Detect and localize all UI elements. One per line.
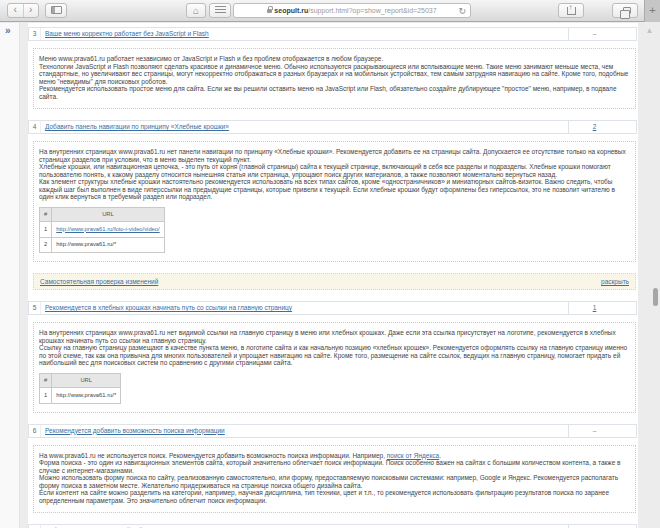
- url-text: http://www.prava61.ru/*: [52, 388, 121, 404]
- url-table: # URL 1 http://www.prava61.ru/*: [39, 373, 121, 404]
- refresh-button[interactable]: ↻: [458, 4, 466, 18]
- sidebar-toggle-button[interactable]: [45, 3, 67, 18]
- show-tabs-button[interactable]: [612, 3, 638, 18]
- yandex-search-link[interactable]: поиск от Яндекса: [387, 452, 439, 459]
- paragraph: Как элемент структуры хлебные крошки нас…: [39, 178, 629, 201]
- section-row-5: 5 Рекомендуется в хлебных крошках начина…: [28, 301, 637, 315]
- url-domain: seopult.ru: [274, 7, 308, 14]
- section-4-details: На внутренних страницах www.prava61.ru н…: [33, 141, 636, 262]
- address-bar[interactable]: seopult.ru/support.html?op=show_report&i…: [233, 3, 471, 18]
- expand-sidebar-chevrons[interactable]: »: [5, 25, 11, 36]
- url-link[interactable]: http://www.prava61.ru/foto-i-video/video…: [56, 226, 159, 232]
- reading-list-button[interactable]: [209, 3, 231, 18]
- paragraph: Можно использовать форму поиска по сайту…: [39, 474, 629, 489]
- paragraph: Ссылку на главную страницу размещают в к…: [39, 344, 629, 367]
- section-title-link[interactable]: Ваше меню корректно работает без JavaScr…: [45, 30, 209, 37]
- report-page: » ▲ 3 Ваше меню корректно работает без J…: [0, 23, 660, 528]
- row-number: 1: [40, 388, 52, 404]
- col-header-url: URL: [52, 373, 121, 388]
- section-value: –: [568, 425, 636, 437]
- section-title-link[interactable]: Добавить панель навигации по принципу «Х…: [45, 123, 229, 130]
- new-tab-button[interactable]: +: [644, 0, 660, 22]
- back-button[interactable]: ‹: [8, 4, 24, 17]
- section-number: 3: [29, 28, 41, 40]
- col-header-num: #: [40, 373, 52, 388]
- collapsed-sidebar-rail: »: [0, 23, 20, 528]
- expand-link[interactable]: раскрыть: [601, 278, 629, 285]
- section-title-link[interactable]: Рекомендуется в хлебных крошках начинать…: [45, 304, 292, 311]
- browser-toolbar: ‹ › ⌂ seopult.ru/support.html?op=show_re…: [0, 0, 660, 22]
- section-value-link[interactable]: 2: [593, 123, 597, 130]
- table-header-row: # URL: [40, 207, 165, 222]
- table-row: 1 http://www.prava61.ru/foto-i-video/vid…: [40, 222, 165, 238]
- home-icon: ⌂: [193, 5, 199, 16]
- section-title-link[interactable]: Рекомендуется добавить возможность поиск…: [45, 427, 225, 434]
- paragraph: На внутренних страницах www.prava61.ru н…: [39, 329, 629, 344]
- lock-icon: [267, 9, 272, 13]
- list-lines-icon: [215, 6, 226, 15]
- paragraph: На www.prava61.ru не используется поиск.…: [39, 452, 629, 460]
- paragraph: Меню www.prava61.ru работает независимо …: [39, 55, 629, 63]
- paragraph: Технологии JavaScript и Flash позволяют …: [39, 63, 629, 86]
- table-row: 1 http://www.prava61.ru/*: [40, 388, 121, 404]
- col-header-url: URL: [52, 207, 164, 222]
- paragraph: Форма поиска - это один из навигационных…: [39, 459, 629, 474]
- sidebar-icon: [51, 6, 62, 14]
- section-row-4: 4 Добавить панель навигации по принципу …: [28, 120, 637, 134]
- row-number: 2: [40, 237, 52, 253]
- share-button[interactable]: [558, 3, 584, 18]
- paragraph: Хлебные крошки, или навигационная цепочк…: [39, 163, 629, 178]
- nav-buttons: ‹ ›: [7, 3, 39, 18]
- page-scrollbar-thumb[interactable]: [653, 288, 658, 306]
- row-number: 1: [40, 222, 52, 238]
- section-row-3: 3 Ваше меню корректно работает без JavaS…: [28, 27, 637, 41]
- paragraph-text: .: [439, 452, 441, 459]
- url-table: # URL 1 http://www.prava61.ru/foto-i-vid…: [39, 207, 165, 254]
- self-check-link[interactable]: Самостоятельная проверка изменений: [40, 278, 158, 285]
- col-header-num: #: [40, 207, 52, 222]
- section-5-details: На внутренних страницах www.prava61.ru н…: [33, 322, 636, 413]
- paragraph: Если контент на сайте можно разделить на…: [39, 489, 629, 504]
- section-row-6: 6 Рекомендуется добавить возможность пои…: [28, 424, 637, 438]
- section-row-7: 7 Добавить страницу с картой сайта –: [28, 524, 637, 528]
- tabs-icon: [623, 7, 631, 14]
- section-3-details: Меню www.prava61.ru работает независимо …: [33, 48, 636, 109]
- scroll-top-icon[interactable]: ▲: [645, 26, 654, 35]
- url-text: http://www.prava61.ru/*: [52, 237, 164, 253]
- forward-button[interactable]: ›: [24, 4, 39, 17]
- section-value: –: [568, 28, 636, 40]
- url-path: /support.html?op=show_report&id=25037: [308, 7, 436, 14]
- section-6-details: На www.prava61.ru не используется поиск.…: [33, 445, 636, 514]
- paragraph: На внутренних страницах www.prava61.ru н…: [39, 148, 629, 163]
- paragraph: Рекомендуется использовать простое меню …: [39, 85, 629, 100]
- table-row: 2 http://www.prava61.ru/*: [40, 237, 165, 253]
- report-content: 3 Ваше меню корректно работает без JavaS…: [28, 23, 638, 528]
- share-icon: [567, 7, 576, 15]
- section-value-link[interactable]: 1: [593, 304, 597, 311]
- self-check-bar: Самостоятельная проверка изменений раскр…: [33, 273, 636, 290]
- table-header-row: # URL: [40, 373, 121, 388]
- home-button[interactable]: ⌂: [186, 3, 206, 18]
- section-number: 6: [29, 425, 41, 437]
- section-number: 5: [29, 302, 41, 314]
- section-number: 4: [29, 121, 41, 133]
- paragraph-text: На www.prava61.ru не используется поиск.…: [39, 452, 387, 459]
